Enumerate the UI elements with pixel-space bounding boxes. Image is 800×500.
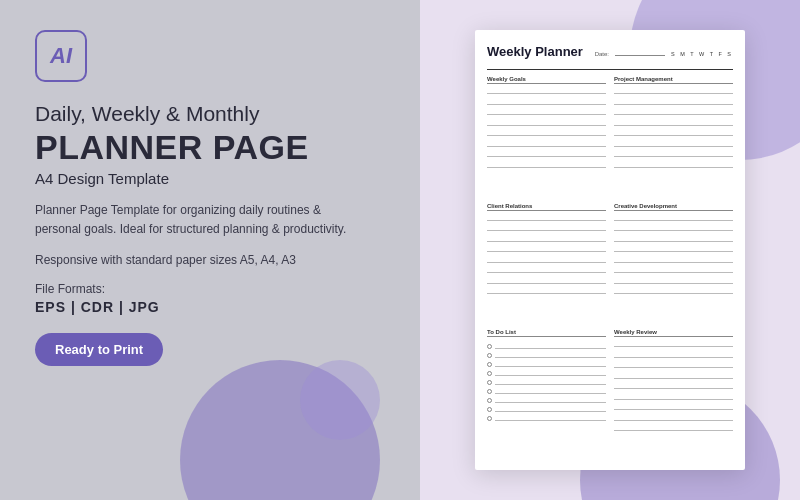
line [487,256,606,263]
line [614,393,733,400]
line [614,87,733,94]
section-project-management: Project Management [614,76,733,197]
todo-circle [487,344,492,349]
line [614,287,733,294]
line [614,129,733,136]
line [614,277,733,284]
line [614,161,733,168]
headline-line3: A4 Design Template [35,170,385,187]
section-creative-development: Creative Development [614,203,733,324]
todo-line [495,388,606,394]
todo-line [495,415,606,421]
line [614,372,733,379]
line [614,150,733,157]
planner-date-line [615,55,665,56]
todo-item [487,343,606,349]
section-title-todo-list: To Do List [487,329,606,337]
section-lines-project-management [614,87,733,168]
responsive-text: Responsive with standard paper sizes A5,… [35,251,385,270]
todo-line [495,343,606,349]
section-title-weekly-review: Weekly Review [614,329,733,337]
todo-circle [487,380,492,385]
line [487,287,606,294]
todo-circle [487,398,492,403]
todo-circle [487,371,492,376]
line [487,161,606,168]
line [614,424,733,431]
line [614,140,733,147]
line [614,266,733,273]
section-weekly-review: Weekly Review [614,329,733,460]
planner-document: Weekly Planner Date: S M T W T F S Weekl… [475,30,745,470]
section-title-weekly-goals: Weekly Goals [487,76,606,84]
todo-item [487,415,606,421]
line [487,245,606,252]
todo-line [495,352,606,358]
line [614,382,733,389]
section-title-creative-development: Creative Development [614,203,733,211]
line [614,119,733,126]
ai-label: AI [50,43,72,69]
section-lines-weekly-review [614,340,733,431]
left-panel: AI Daily, Weekly & Monthly PLANNER PAGE … [0,0,420,500]
planner-grid: Weekly Goals Project Management [487,76,733,460]
decorative-circle-small [300,360,380,440]
planner-date-label: Date: [595,51,609,57]
line [614,224,733,231]
todo-items [487,343,606,421]
line [614,235,733,242]
headline: Daily, Weekly & Monthly PLANNER PAGE A4 … [35,100,385,187]
section-lines-weekly-goals [487,87,606,168]
ready-to-print-button[interactable]: Ready to Print [35,333,163,366]
todo-circle [487,407,492,412]
line [614,414,733,421]
section-title-project-management: Project Management [614,76,733,84]
file-formats: File Formats: EPS | CDR | JPG [35,282,385,315]
section-lines-creative-development [614,214,733,295]
line [614,403,733,410]
line [487,129,606,136]
todo-line [495,406,606,412]
line [487,224,606,231]
todo-line [495,397,606,403]
section-client-relations: Client Relations [487,203,606,324]
line [487,108,606,115]
todo-item [487,352,606,358]
line [614,256,733,263]
todo-circle [487,416,492,421]
line [487,214,606,221]
line [614,245,733,252]
headline-line1: Daily, Weekly & Monthly [35,100,385,127]
line [487,98,606,105]
section-title-client-relations: Client Relations [487,203,606,211]
line [487,150,606,157]
line [487,119,606,126]
todo-item [487,397,606,403]
planner-title: Weekly Planner [487,44,583,59]
file-formats-label: File Formats: [35,282,385,296]
line [614,361,733,368]
file-formats-values: EPS | CDR | JPG [35,299,385,315]
todo-circle [487,362,492,367]
todo-item [487,388,606,394]
todo-line [495,370,606,376]
line [614,351,733,358]
todo-circle [487,353,492,358]
section-lines-client-relations [487,214,606,295]
planner-header-divider [487,69,733,70]
line [614,214,733,221]
planner-header: Weekly Planner Date: S M T W T F S [487,44,733,61]
todo-item [487,361,606,367]
todo-item [487,379,606,385]
todo-line [495,361,606,367]
right-panel: Weekly Planner Date: S M T W T F S Weekl… [420,0,800,500]
line [614,98,733,105]
todo-circle [487,389,492,394]
line [487,235,606,242]
section-todo-list: To Do List [487,329,606,460]
ai-badge: AI [35,30,87,82]
todo-item [487,370,606,376]
line [487,277,606,284]
line [487,87,606,94]
line [487,266,606,273]
